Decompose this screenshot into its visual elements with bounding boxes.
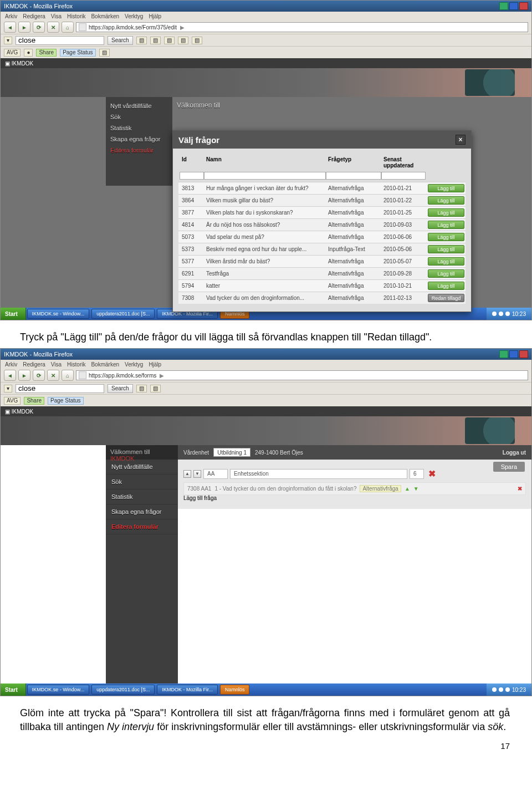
engine-chip[interactable]: ▾ <box>4 385 12 392</box>
go-icon[interactable]: ▶ <box>160 373 164 379</box>
go-icon[interactable]: ▶ <box>180 24 185 30</box>
menu-item[interactable]: Visa <box>51 361 62 368</box>
row-up-icon[interactable]: ▲ <box>405 486 410 492</box>
toolbar-chip[interactable]: ▧ <box>164 37 175 44</box>
section-title[interactable]: Enhetssektion <box>230 469 407 479</box>
menu-item[interactable]: Bokmärken <box>91 13 119 19</box>
task-item[interactable]: uppdatera2011.doc [S... <box>91 309 155 319</box>
menu-item[interactable]: Historik <box>67 361 85 368</box>
delete-question-icon[interactable]: ✖ <box>518 486 522 492</box>
task-item[interactable]: Namnlös <box>220 685 250 695</box>
search-input[interactable] <box>16 36 104 45</box>
add-button[interactable]: Lägg till <box>428 269 464 278</box>
engine-chip[interactable]: ▾ <box>4 37 12 44</box>
tray-icon[interactable] <box>505 687 510 692</box>
close-icon[interactable] <box>519 350 528 358</box>
add-button[interactable]: Lägg till <box>428 257 464 266</box>
menu-item[interactable]: Redigera <box>23 361 45 368</box>
dialog-close-button[interactable]: × <box>456 135 466 145</box>
move-down-icon[interactable]: ▼ <box>193 470 201 478</box>
tab-label[interactable]: ▣ IKMDOK <box>5 60 33 67</box>
filter-date[interactable] <box>381 172 426 180</box>
section-code[interactable]: AA <box>203 469 228 479</box>
toolbar-chip[interactable]: ▧ <box>99 49 110 57</box>
add-button[interactable]: Lägg till <box>428 221 464 229</box>
task-item[interactable]: IKMDOK.se - Window... <box>27 309 90 319</box>
search-button[interactable]: Search <box>108 384 133 393</box>
forward-button[interactable]: ► <box>18 22 30 33</box>
search-button[interactable]: Search <box>108 36 133 45</box>
min-icon[interactable] <box>499 2 508 10</box>
start-button[interactable]: Start <box>1 308 26 320</box>
reload-button[interactable]: ⟳ <box>33 22 45 33</box>
page-status-button[interactable]: Page Status <box>60 49 95 57</box>
move-up-icon[interactable]: ▲ <box>183 470 191 478</box>
sidebar-item[interactable]: Statistik <box>106 489 178 504</box>
back-button[interactable]: ◄ <box>4 22 16 33</box>
menu-item[interactable]: Redigera <box>23 13 45 19</box>
add-button[interactable]: Lägg till <box>428 282 464 290</box>
add-button[interactable]: Lägg till <box>428 245 464 253</box>
menu-item[interactable]: Hjälp <box>149 361 161 368</box>
filter-id[interactable] <box>180 172 204 180</box>
sidebar-item[interactable]: Nytt vårdtillfälle <box>106 460 178 475</box>
task-item[interactable]: IKMDOK - Mozilla Fir... <box>157 685 218 695</box>
menu-item[interactable]: Arkiv <box>5 13 17 19</box>
toolbar-chip[interactable]: ▧ <box>150 37 161 44</box>
logout-link[interactable]: Logga ut <box>503 450 526 456</box>
page-status-button[interactable]: Page Status <box>48 397 83 405</box>
toolbar-chip[interactable]: ▧ <box>136 385 147 392</box>
add-button[interactable]: Lägg till <box>428 196 464 205</box>
tray-icon[interactable] <box>492 687 497 692</box>
save-button[interactable]: Spara <box>493 462 525 472</box>
toolbar-chip[interactable]: ▧ <box>178 37 188 44</box>
start-button[interactable]: Start <box>1 684 26 696</box>
row-down-icon[interactable]: ▼ <box>413 486 419 492</box>
home-button[interactable]: ⌂ <box>62 370 74 381</box>
add-button[interactable]: Lägg till <box>428 184 464 192</box>
menu-item[interactable]: Visa <box>51 13 62 19</box>
task-item[interactable]: uppdatera2011.doc [S... <box>91 685 155 695</box>
min-icon[interactable] <box>499 350 508 358</box>
tray-icon[interactable] <box>499 312 503 316</box>
add-button[interactable]: Lägg till <box>428 233 464 241</box>
menu-item[interactable]: Historik <box>67 13 85 19</box>
share-button[interactable]: Share <box>36 49 57 57</box>
toolbar-chip[interactable]: ▧ <box>150 385 161 392</box>
max-icon[interactable] <box>509 350 518 358</box>
add-question-button[interactable]: Lägg till fråga <box>183 495 217 501</box>
tab-label[interactable]: ▣ IKMDOK <box>5 409 33 415</box>
home-button[interactable]: ⌂ <box>62 22 74 33</box>
add-button[interactable]: Lägg till <box>428 208 464 217</box>
sidebar-item-active[interactable]: Editera formulär <box>106 519 178 534</box>
menu-item[interactable]: Verktyg <box>125 13 143 19</box>
toolbar-chip[interactable]: ▧ <box>192 37 202 44</box>
toolbar-chip[interactable]: ● <box>24 49 33 57</box>
task-item[interactable]: IKMDOK.se - Window... <box>27 685 90 695</box>
filter-type[interactable] <box>326 172 381 180</box>
url-bar[interactable]: https://app.ikmdok.se/Form/375/edit ▶ <box>76 22 528 32</box>
stop-button[interactable]: ✕ <box>47 370 59 381</box>
tray-icon[interactable] <box>492 312 497 316</box>
forward-button[interactable]: ► <box>18 370 30 381</box>
tray-icon[interactable] <box>499 687 503 692</box>
delete-section-icon[interactable]: ✖ <box>426 468 438 479</box>
reload-button[interactable]: ⟳ <box>33 370 45 381</box>
unit-select[interactable]: Utbildning 1 <box>213 448 250 457</box>
tray-icon[interactable] <box>505 312 510 316</box>
menu-item[interactable]: Verktyg <box>125 361 143 368</box>
search-input[interactable] <box>16 384 104 393</box>
url-bar[interactable]: https://app.ikmdok.se/forms ▶ <box>76 370 528 380</box>
filter-name[interactable] <box>204 172 326 180</box>
close-icon[interactable] <box>519 2 528 10</box>
menu-item[interactable]: Bokmärken <box>91 361 119 368</box>
stop-button[interactable]: ✕ <box>47 22 59 33</box>
sidebar-item[interactable]: Sök <box>106 475 178 489</box>
menu-item[interactable]: Hjälp <box>149 13 161 19</box>
max-icon[interactable] <box>509 2 518 10</box>
sidebar-item[interactable]: Skapa egna frågor <box>106 504 178 519</box>
toolbar-chip[interactable]: ▧ <box>136 37 147 44</box>
menu-item[interactable]: Arkiv <box>5 361 17 368</box>
share-button[interactable]: Share <box>24 397 44 405</box>
back-button[interactable]: ◄ <box>4 370 16 381</box>
